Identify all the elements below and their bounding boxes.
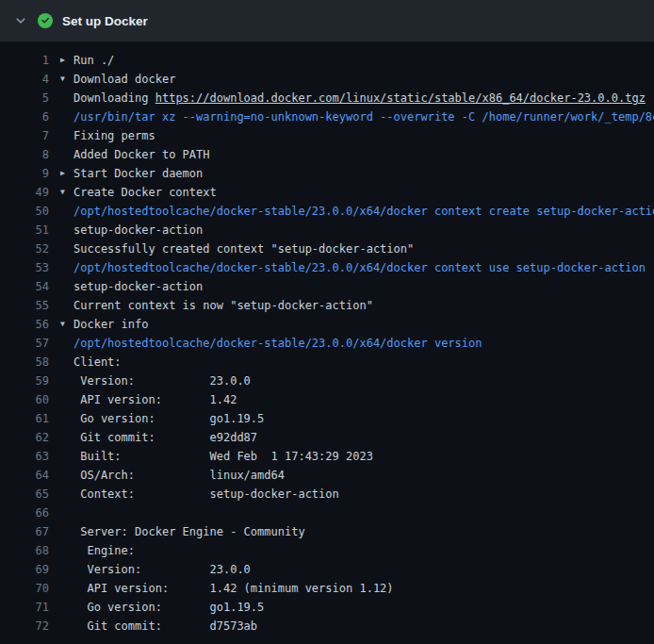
group-expanded-icon[interactable]: ▼	[60, 315, 74, 334]
log-text: Downloading https://download.docker.com/…	[74, 89, 646, 107]
log-line: 66	[0, 504, 654, 522]
indent-spacer	[60, 239, 74, 258]
line-number[interactable]: 58	[0, 353, 49, 372]
log-line: 59 Version: 23.0.0	[0, 372, 654, 390]
line-number[interactable]: 67	[0, 522, 49, 541]
line-number[interactable]: 4	[0, 70, 49, 89]
indent-spacer	[60, 409, 74, 428]
chevron-down-icon[interactable]	[13, 13, 28, 28]
line-number[interactable]: 9	[0, 164, 49, 183]
log-text: setup-docker-action	[74, 221, 203, 239]
line-number[interactable]: 52	[0, 239, 49, 258]
line-number[interactable]: 71	[0, 598, 49, 617]
check-circle-success-icon	[38, 13, 53, 28]
log-line: 53/opt/hostedtoolcache/docker-stable/23.…	[0, 258, 654, 277]
log-text: API version: 1.42 (minimum version 1.12)	[74, 579, 394, 598]
indent-spacer	[60, 447, 74, 466]
line-number[interactable]: 51	[0, 221, 49, 239]
indent-spacer	[60, 522, 74, 541]
indent-spacer	[60, 89, 74, 107]
log-line: 67 Server: Docker Engine - Community	[0, 522, 654, 541]
indent-spacer	[60, 353, 74, 372]
log-text: Server: Docker Engine - Community	[74, 522, 305, 541]
line-number[interactable]: 68	[0, 541, 49, 560]
log-line: 7Fixing perms	[0, 126, 654, 145]
group-collapsed-icon[interactable]: ▶	[60, 51, 74, 70]
log-text[interactable]: Start Docker daemon	[74, 164, 203, 183]
group-collapsed-icon[interactable]: ▶	[60, 164, 74, 183]
step-header[interactable]: Set up Docker	[0, 0, 654, 41]
line-number[interactable]: 61	[0, 409, 49, 428]
line-number[interactable]: 1	[0, 51, 49, 70]
log-text: Go version: go1.19.5	[74, 598, 264, 617]
log-line: 5Downloading https://download.docker.com…	[0, 89, 654, 107]
indent-spacer	[60, 221, 74, 239]
line-number[interactable]: 72	[0, 617, 49, 636]
line-number[interactable]: 56	[0, 315, 49, 334]
indent-spacer	[60, 202, 74, 221]
line-number[interactable]: 63	[0, 447, 49, 466]
line-number[interactable]: 59	[0, 372, 49, 390]
indent-spacer	[60, 428, 74, 447]
log-text: Engine:	[74, 541, 135, 560]
indent-spacer	[60, 541, 74, 560]
indent-spacer	[60, 579, 74, 598]
indent-spacer	[60, 598, 74, 617]
log-text: Go version: go1.19.5	[74, 409, 264, 428]
log-text: Git commit: d7573ab	[74, 617, 257, 636]
log-text: Downloading	[74, 91, 155, 105]
line-number[interactable]: 65	[0, 485, 49, 504]
line-number[interactable]: 8	[0, 145, 49, 164]
log-text: Current context is now "setup-docker-act…	[74, 296, 373, 315]
indent-spacer	[60, 466, 74, 485]
line-number[interactable]: 53	[0, 258, 49, 277]
log-line: 70 API version: 1.42 (minimum version 1.…	[0, 579, 654, 598]
log-line: 60 API version: 1.42	[0, 390, 654, 409]
log-command-text: /usr/bin/tar xz --warning=no-unknown-key…	[74, 107, 654, 126]
log-line: 65 Context: setup-docker-action	[0, 485, 654, 504]
log-line: 69 Version: 23.0.0	[0, 560, 654, 579]
log-line: 71 Go version: go1.19.5	[0, 598, 654, 617]
line-number[interactable]: 60	[0, 390, 49, 409]
line-number[interactable]: 70	[0, 579, 49, 598]
line-number[interactable]: 7	[0, 126, 49, 145]
log-text: Client:	[74, 353, 122, 372]
indent-spacer	[60, 258, 74, 277]
log-text[interactable]: Create Docker context	[74, 183, 217, 202]
log-text[interactable]: Docker info	[74, 315, 148, 334]
log-text: Version: 23.0.0	[74, 372, 251, 390]
log-line: 68 Engine:	[0, 541, 654, 560]
indent-spacer	[60, 390, 74, 409]
line-number[interactable]: 66	[0, 504, 49, 522]
log-container: 1▶Run ./4▼Download docker5Downloading ht…	[0, 41, 654, 641]
log-line: 8Added Docker to PATH	[0, 145, 654, 164]
log-line: 56▼Docker info	[0, 315, 654, 334]
log-text[interactable]: Download docker	[74, 70, 175, 89]
log-text[interactable]: Run ./	[74, 51, 114, 70]
indent-spacer	[60, 617, 74, 636]
line-number[interactable]: 5	[0, 89, 49, 107]
indent-spacer	[60, 277, 74, 296]
log-command-text: /opt/hostedtoolcache/docker-stable/23.0.…	[74, 334, 482, 353]
line-number[interactable]: 64	[0, 466, 49, 485]
line-number[interactable]: 57	[0, 334, 49, 353]
log-text: Successfully created context "setup-dock…	[74, 239, 414, 258]
log-line: 50/opt/hostedtoolcache/docker-stable/23.…	[0, 202, 654, 221]
line-number[interactable]: 50	[0, 202, 49, 221]
group-expanded-icon[interactable]: ▼	[60, 70, 74, 89]
line-number[interactable]: 69	[0, 560, 49, 579]
log-line: 64 OS/Arch: linux/amd64	[0, 466, 654, 485]
line-number[interactable]: 54	[0, 277, 49, 296]
log-text: OS/Arch: linux/amd64	[74, 466, 285, 485]
indent-spacer	[60, 372, 74, 390]
log-text: Context: setup-docker-action	[74, 485, 339, 504]
line-number[interactable]: 49	[0, 183, 49, 202]
group-expanded-icon[interactable]: ▼	[60, 183, 74, 202]
log-text: Fixing perms	[74, 126, 155, 145]
log-text: setup-docker-action	[74, 277, 203, 296]
line-number[interactable]: 62	[0, 428, 49, 447]
line-number[interactable]: 55	[0, 296, 49, 315]
line-number[interactable]: 6	[0, 107, 49, 126]
log-url-link[interactable]: https://download.docker.com/linux/static…	[155, 91, 646, 105]
actions-log-page: Set up Docker 1▶Run ./4▼Download docker5…	[0, 0, 654, 644]
